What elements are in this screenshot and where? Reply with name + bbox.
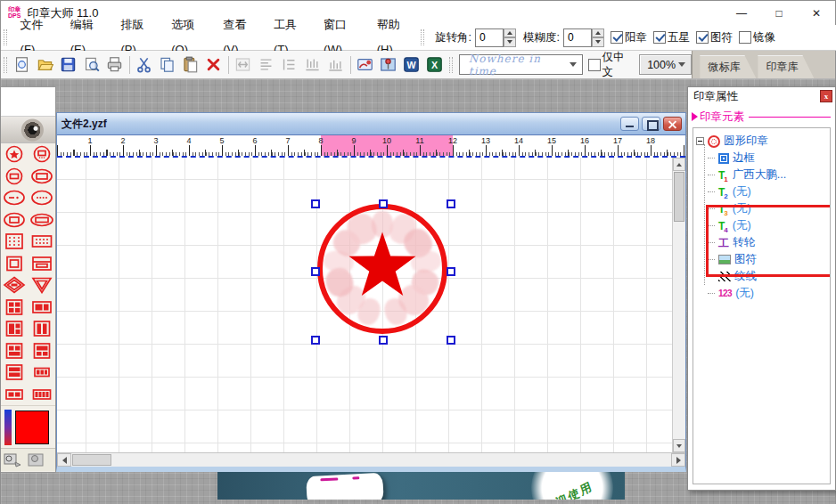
tab-seal-library[interactable]: 印章库 — [758, 55, 814, 78]
selection-handle[interactable] — [311, 267, 320, 276]
tree-item-text3[interactable]: T3 (无) — [696, 200, 828, 217]
indent-text-button[interactable] — [278, 54, 301, 76]
seal-shape-square-inner-icon[interactable] — [1, 253, 29, 275]
toolbar2-drag-grip[interactable] — [4, 57, 7, 73]
paste-button[interactable] — [179, 54, 202, 76]
minimize-button[interactable]: — — [723, 1, 760, 25]
selection-handle[interactable] — [311, 199, 320, 208]
seal-shape-ellipse-box-icon[interactable] — [1, 209, 29, 232]
histogram-button[interactable] — [324, 54, 348, 76]
align-lines-button[interactable] — [255, 54, 278, 76]
seal-shape-circle-keyhole-icon[interactable] — [29, 143, 56, 166]
seal-shape-square-split-left-icon[interactable] — [1, 318, 29, 340]
scroll-down-button[interactable] — [673, 439, 685, 452]
save-button[interactable] — [57, 54, 80, 76]
seal-shape-square-banner-icon[interactable] — [29, 340, 56, 362]
tree-item-symbol[interactable]: 图符 — [696, 251, 828, 268]
seal-shape-rect-three-cells-icon[interactable] — [29, 362, 56, 384]
checkbox-box[interactable] — [588, 59, 600, 71]
seal-shape-rect-two-cells-icon[interactable] — [1, 384, 29, 406]
print-preview-button[interactable] — [80, 54, 103, 76]
seal-shape-ellipse-wide-box-icon[interactable] — [29, 209, 56, 232]
distribute-columns-button[interactable] — [301, 54, 324, 76]
document-title-bar[interactable]: 文件2.yzf — [57, 113, 685, 134]
checkbox-chinese-only[interactable]: 仅中文 — [588, 50, 634, 80]
tree-item-border[interactable]: 边框 — [696, 150, 828, 167]
rotation-up-button[interactable] — [504, 28, 516, 38]
seal-shape-circle-star-icon[interactable] — [1, 143, 29, 166]
seal-shape-square-grid-top-icon[interactable] — [1, 340, 29, 362]
seal-shape-square-rows-icon[interactable] — [1, 362, 29, 384]
menu-drag-grip[interactable] — [4, 29, 7, 45]
delete-button[interactable] — [202, 54, 225, 76]
tree-item-wheel[interactable]: 工 转轮 — [696, 234, 828, 251]
seal-shape-diamond-bar-icon[interactable] — [1, 274, 29, 297]
image-tool-button[interactable] — [26, 451, 45, 469]
seal-shape-ellipse-dashdot-icon[interactable] — [1, 187, 29, 209]
close-button[interactable]: ✕ — [798, 1, 835, 25]
checkbox-box[interactable] — [739, 31, 751, 44]
blur-input[interactable]: 0 — [563, 28, 592, 47]
seal-shape-rect-header-icon[interactable] — [29, 253, 56, 275]
export-excel-button[interactable]: X — [423, 54, 447, 76]
color-gradient-bar[interactable] — [4, 410, 12, 445]
doc-minimize-button[interactable] — [620, 117, 639, 131]
seal-shape-rect-dots-icon[interactable] — [29, 231, 56, 253]
tab-logo-library[interactable]: 微标库 — [700, 55, 756, 78]
export-word-button[interactable]: W — [400, 54, 423, 76]
blur-down-button[interactable] — [592, 37, 604, 47]
selection-handle[interactable] — [379, 199, 388, 208]
seal-shape-ellipse-bar-icon[interactable] — [29, 166, 56, 188]
current-color-swatch[interactable] — [15, 411, 49, 444]
panel-close-button[interactable]: x — [820, 90, 832, 102]
seal-shape-square-two-cols-icon[interactable] — [29, 318, 56, 340]
checkbox-box[interactable] — [611, 31, 623, 44]
zoom-select[interactable]: 100% — [639, 54, 692, 75]
vertical-scrollbar[interactable] — [672, 158, 685, 452]
rotation-down-button[interactable] — [504, 37, 516, 47]
checkbox-box[interactable] — [696, 31, 709, 44]
horizontal-scroll-thumb[interactable] — [72, 454, 111, 466]
collapse-icon[interactable] — [696, 137, 704, 145]
insert-image-button[interactable] — [377, 54, 400, 76]
seal-shape-ellipse-dots-icon[interactable] — [29, 187, 56, 209]
seal-shape-rect-pair-icon[interactable] — [29, 297, 56, 319]
maximize-button[interactable]: □ — [760, 1, 798, 25]
seal-shape-rect-four-cols-icon[interactable] — [29, 384, 56, 406]
seal-shape-square-quad-icon[interactable] — [1, 297, 29, 319]
rotation-input[interactable]: 0 — [475, 28, 504, 47]
horizontal-scrollbar[interactable] — [57, 452, 685, 467]
make-stamp-button[interactable] — [4, 451, 23, 469]
selection-handle[interactable] — [311, 336, 320, 345]
doc-close-button[interactable] — [663, 117, 682, 131]
scroll-up-button[interactable] — [673, 158, 685, 171]
tree-item-numbers[interactable]: 123 (无) — [696, 285, 828, 302]
seal-shape-square-dots-icon[interactable] — [1, 231, 29, 253]
seal-shape-circle-bar-icon[interactable] — [1, 166, 29, 188]
scroll-right-button[interactable] — [671, 453, 685, 467]
design-canvas[interactable] — [57, 158, 672, 452]
font-select[interactable]: Nowhere in time — [459, 54, 583, 75]
open-file-button[interactable] — [34, 54, 57, 76]
selection-handle[interactable] — [447, 336, 455, 345]
vertical-scroll-thumb[interactable] — [674, 172, 684, 222]
tree-item-circular-seal[interactable]: 圆形印章 — [696, 133, 828, 150]
blur-up-button[interactable] — [592, 28, 604, 38]
tree-item-text4[interactable]: T4 (无) — [696, 217, 828, 234]
checkbox-yang-seal[interactable]: 阳章 — [611, 30, 647, 45]
toolbar-drag-grip[interactable] — [421, 29, 424, 45]
checkbox-five-star[interactable]: 五星 — [653, 30, 690, 45]
sign-stamp-button[interactable] — [354, 54, 377, 76]
tree-item-text2[interactable]: T2 (无) — [696, 183, 828, 200]
cut-button[interactable] — [133, 54, 156, 76]
selection-handle[interactable] — [447, 267, 455, 276]
checkbox-symbol[interactable]: 图符 — [696, 30, 733, 45]
scroll-left-button[interactable] — [57, 453, 71, 467]
checkbox-mirror[interactable]: 镜像 — [739, 30, 775, 45]
checkbox-box[interactable] — [653, 31, 666, 44]
distribute-horizontal-button[interactable] — [232, 54, 255, 76]
font-toolbar-grip[interactable] — [449, 57, 453, 73]
new-document-button[interactable] — [11, 54, 34, 76]
print-button[interactable] — [103, 54, 127, 76]
tree-item-texture[interactable]: 纹线 — [696, 268, 828, 285]
